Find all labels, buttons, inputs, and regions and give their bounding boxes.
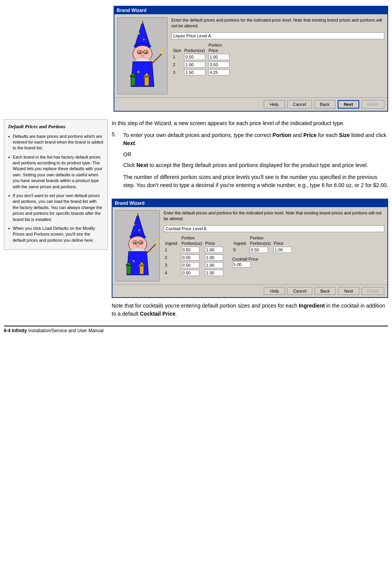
price-cell <box>204 254 224 261</box>
portion-input[interactable] <box>184 54 205 60</box>
table-row: 5 <box>232 246 293 254</box>
svg-rect-50 <box>127 262 131 265</box>
page-footer: 6-4 Infinity Installation/Service and Us… <box>4 326 388 333</box>
wizard2-footer: Help Cancel Back Next Finish <box>112 284 387 297</box>
cocktail-right-table: Portion Ingred. Portion(oz) Price <box>232 235 293 254</box>
svg-marker-46 <box>155 241 158 244</box>
sidebar-item-1: Defaults are base prices and portions wh… <box>8 134 104 151</box>
cocktail-price-input-r[interactable] <box>273 247 292 253</box>
main-text-area: In this step of the Wizard, a new screen… <box>112 119 388 318</box>
wizard2-help-button[interactable]: Help <box>264 287 285 295</box>
wizard1-cancel-button[interactable]: Cancel <box>287 100 312 109</box>
size-cell: 1 <box>171 53 183 61</box>
wizard1-footer: Help Cancel Back Next Finish <box>114 97 387 111</box>
table-row: 2 <box>164 254 224 261</box>
sidebar-item-3: If you don't want to set your own defaul… <box>8 193 104 222</box>
cocktail-portion-input[interactable] <box>181 270 199 276</box>
ingred-cell: 3 <box>164 261 180 269</box>
step5-content: To enter your own default prices and por… <box>123 131 388 195</box>
cocktail-left-table: Portion Ingred. Portion(oz) Price <box>164 235 224 277</box>
price-cell <box>207 69 231 76</box>
or-text: OR <box>123 151 388 157</box>
wizard2-back-button[interactable]: Back <box>315 287 336 295</box>
middle-section: Default Prices and Portions Defaults are… <box>4 119 388 318</box>
size-cell: 3 <box>171 69 183 76</box>
svg-text:★: ★ <box>137 31 141 35</box>
wizard1-back-button[interactable]: Back <box>314 100 335 109</box>
cocktail-portion-input[interactable] <box>181 247 199 253</box>
svg-rect-51 <box>139 265 144 274</box>
ingred-cell: 2 <box>164 254 180 261</box>
col-portion-sub: Portion(oz) <box>183 48 207 53</box>
col-size-sub: Size <box>171 48 183 53</box>
price-cell <box>204 246 224 254</box>
svg-line-45 <box>147 244 156 253</box>
cocktail-price-section: Cocktail Price <box>232 257 293 268</box>
wizard2-cancel-button[interactable]: Cancel <box>287 287 312 295</box>
wizard1-help-button[interactable]: Help <box>264 100 285 109</box>
svg-point-36 <box>140 242 142 243</box>
svg-text:★: ★ <box>161 47 164 50</box>
wizard1-titlebar: Brand Wizard <box>114 7 387 14</box>
cocktail-price-input-row[interactable] <box>205 247 223 253</box>
price-cell <box>207 61 231 69</box>
price-input[interactable] <box>208 62 230 68</box>
portion-input[interactable] <box>184 62 205 68</box>
wizard1-finish-button: Finish <box>362 100 384 109</box>
footer-bold: 6-4 Infinity <box>4 328 27 333</box>
portion-cell <box>248 246 272 254</box>
wizard2-illustration: ★ ★ <box>116 210 159 281</box>
price-cell <box>272 246 293 254</box>
cr-ingred-h <box>232 235 248 241</box>
portion-cell <box>180 269 204 277</box>
price-input[interactable] <box>208 54 230 60</box>
wizard1-body: ★ ★ <box>114 14 387 97</box>
cocktail-price-input-row[interactable] <box>205 270 223 276</box>
cr-price-label-h <box>272 235 293 241</box>
svg-line-18 <box>152 54 162 64</box>
svg-rect-26 <box>145 73 148 76</box>
sidebar-box: Default Prices and Portions Defaults are… <box>4 119 108 250</box>
price-input[interactable] <box>208 69 230 75</box>
wizard2-next-button[interactable]: Next <box>338 287 359 295</box>
wizard1-portion-table: Portion Size Portion(oz) Price <box>171 42 231 76</box>
cocktail-price-label: Cocktail Price <box>232 257 293 261</box>
wizard1-area: Brand Wizard ★ ★ <box>112 6 388 115</box>
step5-text: To enter your own default prices and por… <box>123 131 388 147</box>
wizard1-next-button[interactable]: Next <box>338 100 359 109</box>
wizard2-body: ★ ★ <box>112 207 387 284</box>
cocktail-portion-input[interactable] <box>181 254 199 261</box>
svg-text:★: ★ <box>132 259 135 263</box>
sidebar-area: Default Prices and Portions Defaults are… <box>4 119 108 318</box>
top-section: Brand Wizard ★ ★ <box>4 6 388 115</box>
wizard-illustration: ★ ★ <box>119 19 166 92</box>
svg-rect-53 <box>140 262 143 265</box>
intro-text: In this step of the Wizard, a new screen… <box>112 119 388 127</box>
cocktail-left-col: Portion Ingred. Portion(oz) Price <box>164 235 224 277</box>
c-ingred-sub: Ingred. <box>164 241 180 246</box>
cr-portion-sub: Portion(oz) <box>248 241 272 246</box>
svg-text:★: ★ <box>138 229 141 232</box>
footer-normal: Installation/Service and User Manual <box>27 328 104 333</box>
svg-rect-48 <box>127 265 131 274</box>
portion-cell <box>183 61 207 69</box>
ingred-cell: 4 <box>164 269 180 277</box>
cocktail-price-input-row[interactable] <box>205 262 223 268</box>
cocktail-portion-input[interactable] <box>181 262 199 268</box>
cocktail-portion-input-r[interactable] <box>250 247 268 253</box>
wizard1-description: Enter the default prices and portions fo… <box>171 17 384 29</box>
cocktail-price-input[interactable] <box>232 261 251 268</box>
sidebar-title: Default Prices and Portions <box>8 123 104 130</box>
cocktail-price-input-row[interactable] <box>205 254 223 261</box>
svg-point-8 <box>139 52 141 53</box>
c-ingred-h <box>164 235 180 241</box>
sidebar-list: Defaults are base prices and portions wh… <box>8 134 104 244</box>
price-cell <box>207 53 231 61</box>
table-row: 4 <box>164 269 224 277</box>
cr-portion-label-h: Portion <box>248 235 272 241</box>
svg-point-9 <box>145 52 147 53</box>
portion-input[interactable] <box>184 69 205 75</box>
sidebar-item-2: Each brand in the list has factory defau… <box>8 154 104 190</box>
portion-cell <box>180 246 204 254</box>
table-row: 1 <box>164 246 224 254</box>
